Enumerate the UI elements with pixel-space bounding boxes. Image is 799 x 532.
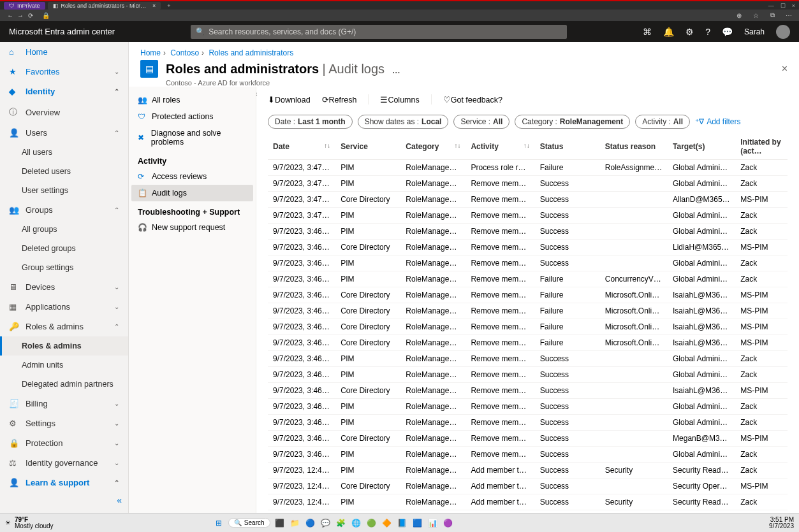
table-row[interactable]: 9/7/2023, 3:46:50 PMCore DirectoryRoleMa…	[268, 335, 788, 351]
back-button[interactable]: ←	[5, 10, 15, 20]
nav-roles-admins-sub[interactable]: Roles & admins	[0, 336, 128, 356]
nav-roles-admins[interactable]: 🔑Roles & admins⌃	[0, 317, 128, 336]
tab-close-icon[interactable]: ×	[152, 3, 156, 9]
browser-icon[interactable]: ⊕	[734, 10, 744, 20]
table-row[interactable]: 9/7/2023, 3:46:40 PMPIMRoleManagementRem…	[268, 367, 788, 383]
crumb-contoso[interactable]: Contoso	[170, 48, 199, 57]
add-filter-button[interactable]: ⁺∇Add filters	[695, 115, 740, 129]
taskbar-app-icon[interactable]: 📁	[290, 517, 301, 529]
col-header[interactable]: Target(s)	[668, 134, 735, 160]
user-name[interactable]: Sarah	[744, 27, 765, 36]
nav-identity[interactable]: ◆Identity⌃	[0, 82, 128, 101]
table-row[interactable]: 9/7/2023, 12:44:15 PMPIMRoleManagementAd…	[268, 463, 788, 478]
settings-icon[interactable]: ⚙	[685, 27, 694, 37]
table-row[interactable]: 9/7/2023, 3:46:21 PMCore DirectoryRoleMa…	[268, 431, 788, 447]
table-row[interactable]: 9/7/2023, 3:47:01 PMCore DirectoryRoleMa…	[268, 192, 788, 208]
download-button[interactable]: ⬇Download	[268, 95, 311, 104]
subnav-protected[interactable]: 🛡Protected actions	[131, 108, 253, 125]
filter-date[interactable]: Date :Last 1 month	[268, 115, 353, 129]
clock[interactable]: 3:51 PM9/7/2023	[769, 517, 794, 529]
new-tab-button[interactable]: +	[167, 3, 170, 9]
nav-admin-units[interactable]: Admin units	[0, 356, 128, 375]
taskbar-app-icon[interactable]: 💬	[320, 517, 332, 529]
taskbar-app-icon[interactable]: 🔵	[305, 517, 316, 529]
feedback-icon[interactable]: 💬	[722, 27, 733, 37]
nav-delegated[interactable]: Delegated admin partners	[0, 375, 128, 394]
nav-learn[interactable]: 👤Learn & support⌃	[0, 473, 128, 492]
close-blade-button[interactable]: ×	[782, 63, 788, 75]
collapse-nav-button[interactable]: «	[0, 492, 128, 508]
copilot-icon[interactable]: ⌘	[643, 27, 652, 37]
table-row[interactable]: 9/7/2023, 3:46:49 PMPIMRoleManagementRem…	[268, 351, 788, 367]
table-row[interactable]: 9/7/2023, 3:46:58 PMPIMRoleManagementRem…	[268, 224, 788, 240]
filter-activity[interactable]: Activity :All	[635, 115, 690, 129]
table-row[interactable]: 9/7/2023, 3:46:50 PMPIMRoleManagementRem…	[268, 271, 788, 287]
taskbar-app-icon[interactable]: 🧩	[335, 517, 347, 529]
nav-overview[interactable]: ⓘOverview	[0, 101, 128, 123]
nav-groups[interactable]: 👥Groups⌃	[0, 200, 128, 220]
start-button[interactable]: ⊞	[213, 517, 224, 529]
columns-button[interactable]: ☰Columns	[380, 95, 419, 104]
refresh-button[interactable]: ⟳	[26, 10, 36, 20]
window-close-icon[interactable]: ×	[792, 3, 795, 9]
taskbar-app-icon[interactable]: 🌐	[351, 517, 362, 529]
col-header[interactable]: Service	[335, 134, 400, 160]
table-row[interactable]: 9/7/2023, 3:47:01 PMPIMRoleManagementRem…	[268, 176, 788, 192]
taskbar-app-icon[interactable]: 📘	[397, 517, 408, 529]
nav-devices[interactable]: 🖥Devices⌄	[0, 277, 128, 297]
nav-settings[interactable]: ⚙Settings⌄	[0, 413, 128, 433]
nav-billing[interactable]: 🧾Billing⌄	[0, 394, 128, 413]
taskbar-app-icon[interactable]: ⬛	[274, 517, 286, 529]
crumb-home[interactable]: Home	[140, 48, 161, 57]
forward-button[interactable]: →	[15, 10, 26, 20]
nav-favorites[interactable]: ★Favorites⌄	[0, 62, 128, 82]
nav-deleted-users[interactable]: Deleted users	[0, 162, 128, 181]
subnav-support[interactable]: 🎧New support request	[131, 219, 253, 236]
col-header[interactable]: Status	[535, 134, 600, 160]
subnav-all-roles[interactable]: 👥All roles	[131, 92, 253, 108]
nav-identity-gov[interactable]: ⚖Identity governance⌄	[0, 453, 128, 473]
weather-icon[interactable]: ☀	[5, 519, 11, 526]
col-header[interactable]: Status reason	[600, 134, 668, 160]
nav-users[interactable]: 👤Users⌃	[0, 123, 128, 143]
taskbar-app-icon[interactable]: 🟦	[412, 517, 423, 529]
crumb-roles[interactable]: Roles and administrators	[209, 48, 293, 57]
filter-showdates[interactable]: Show dates as :Local	[358, 115, 449, 129]
nav-user-settings[interactable]: User settings	[0, 181, 128, 200]
table-row[interactable]: 9/7/2023, 12:43:37 PMPIMRoleManagementAd…	[268, 510, 788, 514]
nav-applications[interactable]: ▦Applications⌄	[0, 297, 128, 317]
more-icon[interactable]: …	[392, 66, 400, 75]
taskbar-app-icon[interactable]: 🟣	[443, 517, 454, 529]
help-icon[interactable]: ?	[705, 27, 710, 37]
taskbar-search[interactable]: 🔍Search	[228, 518, 270, 528]
table-row[interactable]: 9/7/2023, 3:46:50 PMCore DirectoryRoleMa…	[268, 287, 788, 303]
nav-all-users[interactable]: All users	[0, 143, 128, 162]
taskbar-app-icon[interactable]: 📊	[427, 517, 439, 529]
nav-protection[interactable]: 🔒Protection⌄	[0, 433, 128, 453]
table-row[interactable]: 9/7/2023, 3:47:01 PMPIMRoleManagementRem…	[268, 208, 788, 224]
avatar[interactable]	[776, 25, 790, 39]
window-maximize-icon[interactable]: ☐	[781, 3, 786, 9]
table-row[interactable]: 9/7/2023, 3:47:25 PMPIMRoleManagementPro…	[268, 160, 788, 176]
browser-icon[interactable]: ⋯	[784, 10, 794, 20]
table-row[interactable]: 9/7/2023, 3:46:50 PMCore DirectoryRoleMa…	[268, 303, 788, 319]
filter-category[interactable]: Category :RoleManagement	[515, 115, 630, 129]
global-search-input[interactable]: 🔍 Search resources, services, and docs (…	[191, 25, 567, 39]
browser-icon[interactable]: ☆	[751, 10, 761, 20]
col-header[interactable]: Activity↑↓	[465, 134, 534, 160]
browser-tab[interactable]: ◧ Roles and administrators - Micr… ×	[48, 2, 161, 10]
table-row[interactable]: 9/7/2023, 3:46:58 PMCore DirectoryRoleMa…	[268, 240, 788, 255]
table-row[interactable]: 9/7/2023, 3:46:39 PMPIMRoleManagementRem…	[268, 399, 788, 415]
table-row[interactable]: 9/7/2023, 3:46:21 PMPIMRoleManagementRem…	[268, 415, 788, 431]
feedback-button[interactable]: ♡Got feedback?	[443, 95, 502, 104]
refresh-button[interactable]: ⟳Refresh	[322, 95, 357, 104]
collapse-subnav-icon[interactable]: «	[256, 90, 258, 97]
table-row[interactable]: 9/7/2023, 3:46:50 PMCore DirectoryRoleMa…	[268, 319, 788, 335]
nav-all-groups[interactable]: All groups	[0, 220, 128, 239]
nav-deleted-groups[interactable]: Deleted groups	[0, 239, 128, 258]
notifications-icon[interactable]: 🔔	[663, 27, 674, 37]
browser-icon[interactable]: ⧉	[767, 10, 777, 20]
table-row[interactable]: 9/7/2023, 12:44:15 PMCore DirectoryRoleM…	[268, 478, 788, 494]
col-header[interactable]: Initiated by (act…	[735, 134, 788, 160]
nav-home[interactable]: ⌂Home	[0, 42, 128, 62]
